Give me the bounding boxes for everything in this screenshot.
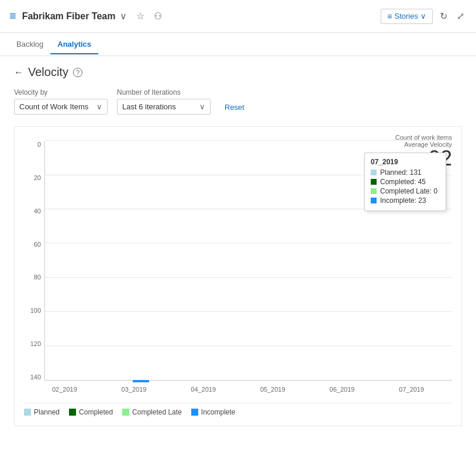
iterations-value: Last 6 iterations bbox=[122, 102, 176, 111]
velocity-by-filter: Velocity by Count of Work Items ∨ bbox=[14, 88, 108, 115]
favorite-star-icon[interactable]: ☆ bbox=[134, 9, 147, 23]
tooltip-incomplete-color bbox=[371, 198, 377, 203]
tooltip-planned-color bbox=[371, 170, 377, 175]
stories-label: Stories bbox=[395, 12, 418, 20]
tooltip-completed: Completed: 45 bbox=[371, 178, 440, 186]
tooltip-completed-label: Completed: 45 bbox=[380, 178, 426, 186]
reset-button[interactable]: Reset bbox=[220, 100, 249, 115]
tooltip-planned: Planned: 131 bbox=[371, 168, 440, 177]
chart-inner: 07_2019 Planned: 131 Completed: 45 Compl… bbox=[44, 141, 452, 381]
header-right: ≡ Stories ∨ ↻ ⤢ bbox=[381, 8, 467, 24]
x-label-07-2019: 07_2019 bbox=[377, 386, 446, 393]
chart-container: 140 120 100 80 60 40 20 0 bbox=[24, 141, 452, 398]
y-label-20: 20 bbox=[24, 174, 44, 181]
tooltip-incomplete-label: Incomplete: 23 bbox=[380, 196, 426, 205]
velocity-by-value: Count of Work Items bbox=[19, 102, 88, 111]
legend-completed-color bbox=[69, 409, 76, 416]
x-label-02-2019: 02_2019 bbox=[30, 386, 99, 393]
iterations-chevron-icon: ∨ bbox=[199, 102, 205, 111]
bar-tooltip: 07_2019 Planned: 131 Completed: 45 Compl… bbox=[364, 153, 446, 211]
chart-area: Count of work items Average Velocity 92 … bbox=[14, 126, 462, 426]
velocity-header: ← Velocity ? bbox=[14, 65, 462, 79]
velocity-by-chevron-icon: ∨ bbox=[96, 102, 102, 111]
tab-analytics[interactable]: Analytics bbox=[50, 35, 98, 54]
app-header: ≡ Fabrikam Fiber Team ∨ ☆ ⚇ ≡ Stories ∨ … bbox=[0, 0, 476, 33]
y-label-120: 120 bbox=[24, 340, 44, 347]
tooltip-incomplete: Incomplete: 23 bbox=[371, 196, 440, 205]
y-label-0: 0 bbox=[24, 141, 44, 148]
chart-legend: Planned Completed Completed Late Incompl… bbox=[24, 403, 452, 416]
x-label-04-2019: 04_2019 bbox=[168, 386, 238, 393]
team-name: Fabrikam Fiber Team bbox=[22, 11, 116, 22]
team-members-icon[interactable]: ⚇ bbox=[151, 9, 164, 23]
x-labels: 02_2019 03_2019 04_2019 05_2019 06_2019 … bbox=[24, 381, 452, 398]
tooltip-title: 07_2019 bbox=[371, 158, 440, 166]
y-label-140: 140 bbox=[24, 374, 44, 381]
x-label-03-2019: 03_2019 bbox=[99, 386, 169, 393]
y-label-80: 80 bbox=[24, 274, 44, 281]
legend-completed-late-label: Completed Late bbox=[132, 408, 182, 416]
legend-completed: Completed bbox=[69, 408, 113, 416]
legend-planned-color bbox=[24, 409, 31, 416]
stories-chevron-icon: ∨ bbox=[420, 12, 426, 20]
tooltip-completed-color bbox=[371, 179, 377, 185]
x-label-05-2019: 05_2019 bbox=[238, 386, 308, 393]
velocity-by-label: Velocity by bbox=[14, 88, 108, 96]
page-title: Velocity bbox=[28, 65, 68, 79]
filters-bar: Velocity by Count of Work Items ∨ Number… bbox=[14, 88, 462, 115]
legend-planned-label: Planned bbox=[34, 408, 60, 416]
app-logo-icon: ≡ bbox=[9, 9, 16, 23]
expand-icon[interactable]: ⤢ bbox=[454, 8, 467, 24]
back-button[interactable]: ← bbox=[14, 67, 23, 78]
tab-backlog[interactable]: Backlog bbox=[9, 35, 50, 54]
team-chevron-icon[interactable]: ∨ bbox=[118, 9, 129, 23]
legend-completed-label: Completed bbox=[79, 408, 113, 416]
y-label-60: 60 bbox=[24, 241, 44, 248]
nav-tabs: Backlog Analytics bbox=[0, 33, 476, 56]
tooltip-completed-late-label: Completed Late: 0 bbox=[380, 187, 437, 195]
page-content: ← Velocity ? Velocity by Count of Work I… bbox=[0, 56, 476, 436]
help-icon[interactable]: ? bbox=[73, 68, 82, 77]
tooltip-completed-late: Completed Late: 0 bbox=[371, 187, 440, 195]
iterations-filter: Number of Iterations Last 6 iterations ∨ bbox=[117, 88, 211, 115]
tooltip-planned-label: Planned: 131 bbox=[380, 168, 422, 177]
iterations-label: Number of Iterations bbox=[117, 88, 211, 96]
y-label-40: 40 bbox=[24, 208, 44, 215]
iterations-select[interactable]: Last 6 iterations ∨ bbox=[117, 99, 211, 115]
legend-completed-late-color bbox=[122, 409, 129, 416]
legend-completed-late: Completed Late bbox=[122, 408, 182, 416]
legend-incomplete-color bbox=[191, 409, 198, 416]
velocity-by-select[interactable]: Count of Work Items ∨ bbox=[14, 99, 108, 115]
legend-incomplete-label: Incomplete bbox=[201, 408, 236, 416]
x-label-06-2019: 06_2019 bbox=[308, 386, 377, 393]
tooltip-completed-late-color bbox=[371, 188, 377, 194]
legend-planned: Planned bbox=[24, 408, 60, 416]
y-label-100: 100 bbox=[24, 307, 44, 314]
header-controls: ∨ ☆ ⚇ bbox=[118, 9, 164, 23]
legend-incomplete: Incomplete bbox=[191, 408, 236, 416]
y-axis: 140 120 100 80 60 40 20 0 bbox=[24, 141, 44, 381]
stories-button[interactable]: ≡ Stories ∨ bbox=[381, 9, 433, 24]
refresh-icon[interactable]: ↻ bbox=[437, 8, 450, 24]
